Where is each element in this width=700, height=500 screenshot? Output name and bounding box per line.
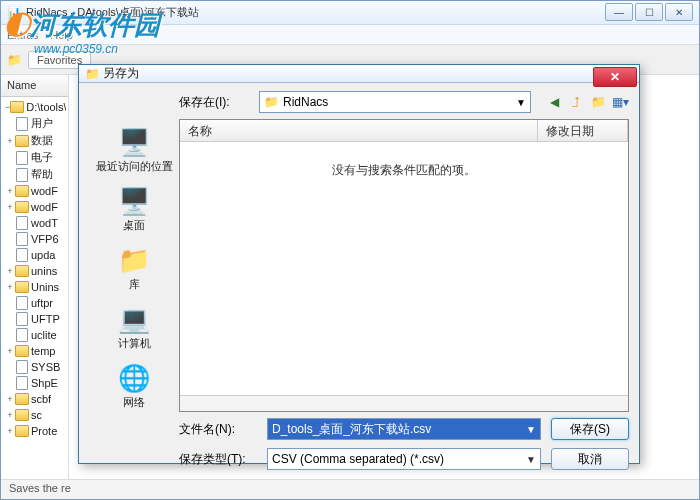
horizontal-scrollbar[interactable] — [180, 395, 628, 411]
tree-item[interactable]: uclite — [3, 327, 66, 343]
tree-item[interactable]: +wodF — [3, 199, 66, 215]
app-icon: 📊 — [7, 6, 21, 19]
chevron-down-icon: ▼ — [526, 424, 536, 435]
empty-message: 没有与搜索条件匹配的项。 — [180, 142, 628, 395]
view-menu-icon[interactable]: ▦▾ — [611, 93, 629, 111]
save-as-dialog: 📁 另存为 ✕ 保存在(I): 📁 RidNacs ▼ ◀ ⮥ 📁 ▦▾ 🖥️最… — [78, 64, 640, 464]
place-icon: 💻 — [114, 302, 154, 336]
dialog-title: 另存为 — [103, 65, 139, 82]
maximize-button[interactable]: ☐ — [635, 3, 663, 21]
chevron-down-icon: ▼ — [526, 454, 536, 465]
place-item[interactable]: 📁库 — [89, 241, 179, 294]
place-icon: 🖥️ — [114, 125, 154, 159]
window-title: RidNacs - DAtools\桌面\河东下载站 — [26, 5, 199, 20]
filename-label: 文件名(N): — [179, 421, 257, 438]
column-header-date[interactable]: 修改日期 — [538, 120, 628, 141]
tree-item[interactable]: +Unins — [3, 279, 66, 295]
place-item[interactable]: 🖥️最近访问的位置 — [89, 123, 179, 176]
tree-item[interactable]: VFP6 — [3, 231, 66, 247]
tree-item[interactable]: upda — [3, 247, 66, 263]
place-icon: 📁 — [114, 243, 154, 277]
dialog-titlebar: 📁 另存为 ✕ — [79, 65, 639, 83]
filename-input[interactable]: D_tools_桌面_河东下载站.csv▼ — [267, 418, 541, 440]
tree-path-row[interactable]: −D:\tools\ — [3, 99, 66, 115]
savein-combo[interactable]: 📁 RidNacs ▼ — [259, 91, 531, 113]
tree-item[interactable]: +sc — [3, 407, 66, 423]
up-icon[interactable]: ⮥ — [567, 93, 585, 111]
tree-item[interactable]: uftpr — [3, 295, 66, 311]
back-icon[interactable]: ◀ — [545, 93, 563, 111]
place-item[interactable]: 🌐网络 — [89, 359, 179, 412]
filetype-label: 保存类型(T): — [179, 451, 257, 468]
place-icon: 🌐 — [114, 361, 154, 395]
menu-extras[interactable]: Extras — [7, 29, 38, 41]
menu-help[interactable]: Help — [50, 29, 73, 41]
minimize-button[interactable]: — — [605, 3, 633, 21]
tree-item[interactable]: 帮助 — [3, 166, 66, 183]
tree-list: −D:\tools\ 用户+数据电子帮助+wodF+wodFwodTVFP6up… — [1, 97, 68, 441]
save-button[interactable]: 保存(S) — [551, 418, 629, 440]
tree-item[interactable]: +数据 — [3, 132, 66, 149]
places-bar: 🖥️最近访问的位置🖥️桌面📁库💻计算机🌐网络 — [89, 119, 179, 412]
tree-item[interactable]: ShpE — [3, 375, 66, 391]
place-item[interactable]: 💻计算机 — [89, 300, 179, 353]
tree-item[interactable]: UFTP — [3, 311, 66, 327]
watermark-url: www.pc0359.cn — [34, 42, 118, 56]
tree-item[interactable]: +scbf — [3, 391, 66, 407]
tree-item[interactable]: wodT — [3, 215, 66, 231]
close-button[interactable]: ✕ — [665, 3, 693, 21]
place-item[interactable]: 🖥️桌面 — [89, 182, 179, 235]
column-header-name[interactable]: 名称 — [180, 120, 538, 141]
main-titlebar: 📊 RidNacs - DAtools\桌面\河东下载站 — ☐ ✕ — [1, 1, 699, 25]
column-header-name[interactable]: Name — [1, 75, 68, 97]
folder-icon: 📁 — [264, 95, 279, 109]
chevron-down-icon: ▼ — [516, 97, 526, 108]
filetype-combo[interactable]: CSV (Comma separated) (*.csv)▼ — [267, 448, 541, 470]
tree-item[interactable]: +Prote — [3, 423, 66, 439]
folder-icon: 📁 — [7, 53, 22, 67]
tree-item[interactable]: 用户 — [3, 115, 66, 132]
statusbar: Saves the re — [1, 479, 699, 499]
place-icon: 🖥️ — [114, 184, 154, 218]
cancel-button[interactable]: 取消 — [551, 448, 629, 470]
tree-item[interactable]: +temp — [3, 343, 66, 359]
tree-item[interactable]: +unins — [3, 263, 66, 279]
tree-item[interactable]: +wodF — [3, 183, 66, 199]
tree-item[interactable]: SYSB — [3, 359, 66, 375]
folder-icon: 📁 — [85, 67, 100, 81]
dialog-close-button[interactable]: ✕ — [593, 67, 637, 87]
new-folder-icon[interactable]: 📁 — [589, 93, 607, 111]
file-list-area: 名称 修改日期 没有与搜索条件匹配的项。 — [179, 119, 629, 412]
savein-label: 保存在(I): — [179, 94, 251, 111]
tree-item[interactable]: 电子 — [3, 149, 66, 166]
tree-panel: Name −D:\tools\ 用户+数据电子帮助+wodF+wodFwodTV… — [1, 75, 69, 479]
